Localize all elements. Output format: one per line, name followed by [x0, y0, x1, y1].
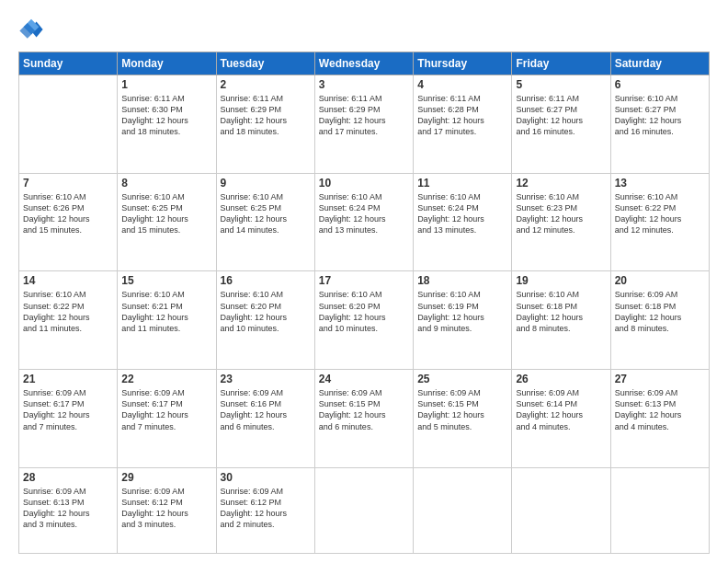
day-number: 12	[516, 177, 606, 190]
day-number: 30	[221, 471, 311, 484]
day-info: Sunrise: 6:11 AM Sunset: 6:29 PM Dayligh…	[319, 93, 409, 138]
day-info: Sunrise: 6:10 AM Sunset: 6:18 PM Dayligh…	[516, 289, 606, 334]
calendar-cell: 27Sunrise: 6:09 AM Sunset: 6:13 PM Dayli…	[610, 370, 709, 468]
day-number: 15	[121, 274, 211, 287]
day-number: 21	[23, 373, 113, 385]
day-info: Sunrise: 6:09 AM Sunset: 6:15 PM Dayligh…	[417, 387, 507, 432]
logo	[18, 17, 48, 42]
day-number: 25	[417, 373, 507, 385]
calendar-cell: 19Sunrise: 6:10 AM Sunset: 6:18 PM Dayli…	[512, 271, 610, 370]
calendar-cell: 5Sunrise: 6:11 AM Sunset: 6:27 PM Daylig…	[512, 75, 610, 174]
day-info: Sunrise: 6:09 AM Sunset: 6:13 PM Dayligh…	[23, 486, 113, 531]
calendar-cell	[19, 75, 118, 174]
calendar-cell: 18Sunrise: 6:10 AM Sunset: 6:19 PM Dayli…	[414, 271, 512, 370]
day-number: 14	[23, 274, 113, 287]
day-info: Sunrise: 6:10 AM Sunset: 6:19 PM Dayligh…	[417, 289, 507, 334]
day-info: Sunrise: 6:11 AM Sunset: 6:27 PM Dayligh…	[516, 93, 606, 138]
day-number: 7	[23, 177, 113, 190]
calendar-cell: 28Sunrise: 6:09 AM Sunset: 6:13 PM Dayli…	[19, 467, 118, 553]
day-number: 9	[221, 177, 311, 190]
calendar-cell: 8Sunrise: 6:10 AM Sunset: 6:25 PM Daylig…	[118, 173, 216, 271]
day-number: 28	[23, 471, 113, 484]
calendar-cell: 22Sunrise: 6:09 AM Sunset: 6:17 PM Dayli…	[118, 370, 216, 468]
calendar-cell	[512, 467, 610, 553]
day-info: Sunrise: 6:10 AM Sunset: 6:23 PM Dayligh…	[516, 191, 606, 236]
day-info: Sunrise: 6:10 AM Sunset: 6:24 PM Dayligh…	[319, 191, 409, 236]
weekday-header: Wednesday	[314, 52, 413, 75]
calendar-cell: 17Sunrise: 6:10 AM Sunset: 6:20 PM Dayli…	[314, 271, 413, 370]
day-info: Sunrise: 6:10 AM Sunset: 6:25 PM Dayligh…	[221, 191, 311, 236]
day-number: 16	[221, 274, 311, 287]
calendar-cell: 20Sunrise: 6:09 AM Sunset: 6:18 PM Dayli…	[610, 271, 709, 370]
calendar-cell: 30Sunrise: 6:09 AM Sunset: 6:12 PM Dayli…	[216, 467, 314, 553]
day-info: Sunrise: 6:10 AM Sunset: 6:22 PM Dayligh…	[23, 289, 113, 334]
day-info: Sunrise: 6:09 AM Sunset: 6:12 PM Dayligh…	[121, 486, 211, 531]
day-info: Sunrise: 6:10 AM Sunset: 6:21 PM Dayligh…	[121, 289, 211, 334]
calendar-cell: 16Sunrise: 6:10 AM Sunset: 6:20 PM Dayli…	[216, 271, 314, 370]
day-number: 23	[221, 373, 311, 385]
day-info: Sunrise: 6:11 AM Sunset: 6:29 PM Dayligh…	[221, 93, 311, 138]
day-number: 4	[417, 78, 507, 91]
logo-icon	[18, 17, 44, 42]
day-info: Sunrise: 6:10 AM Sunset: 6:27 PM Dayligh…	[615, 93, 705, 138]
day-number: 26	[516, 373, 606, 385]
calendar-cell: 1Sunrise: 6:11 AM Sunset: 6:30 PM Daylig…	[118, 75, 216, 174]
weekday-header: Monday	[118, 52, 216, 75]
day-info: Sunrise: 6:09 AM Sunset: 6:13 PM Dayligh…	[615, 387, 705, 432]
day-number: 19	[516, 274, 606, 287]
weekday-header: Tuesday	[216, 52, 314, 75]
calendar-cell: 10Sunrise: 6:10 AM Sunset: 6:24 PM Dayli…	[314, 173, 413, 271]
weekday-header: Friday	[512, 52, 610, 75]
weekday-header: Sunday	[19, 52, 118, 75]
day-number: 3	[319, 78, 409, 91]
calendar-cell	[414, 467, 512, 553]
day-number: 1	[121, 78, 211, 91]
day-number: 20	[615, 274, 705, 287]
calendar-cell: 6Sunrise: 6:10 AM Sunset: 6:27 PM Daylig…	[610, 75, 709, 174]
day-info: Sunrise: 6:11 AM Sunset: 6:30 PM Dayligh…	[121, 93, 211, 138]
day-info: Sunrise: 6:09 AM Sunset: 6:16 PM Dayligh…	[221, 387, 311, 432]
calendar-cell	[610, 467, 709, 553]
day-info: Sunrise: 6:09 AM Sunset: 6:18 PM Dayligh…	[615, 289, 705, 334]
day-number: 11	[417, 177, 507, 190]
weekday-header: Saturday	[610, 52, 709, 75]
day-info: Sunrise: 6:10 AM Sunset: 6:20 PM Dayligh…	[221, 289, 311, 334]
calendar-cell: 9Sunrise: 6:10 AM Sunset: 6:25 PM Daylig…	[216, 173, 314, 271]
day-number: 17	[319, 274, 409, 287]
calendar-cell: 15Sunrise: 6:10 AM Sunset: 6:21 PM Dayli…	[118, 271, 216, 370]
day-info: Sunrise: 6:10 AM Sunset: 6:20 PM Dayligh…	[319, 289, 409, 334]
day-info: Sunrise: 6:09 AM Sunset: 6:12 PM Dayligh…	[221, 486, 311, 531]
calendar-cell: 4Sunrise: 6:11 AM Sunset: 6:28 PM Daylig…	[414, 75, 512, 174]
page: SundayMondayTuesdayWednesdayThursdayFrid…	[0, 0, 728, 563]
day-info: Sunrise: 6:09 AM Sunset: 6:17 PM Dayligh…	[121, 387, 211, 432]
calendar-cell: 23Sunrise: 6:09 AM Sunset: 6:16 PM Dayli…	[216, 370, 314, 468]
day-info: Sunrise: 6:10 AM Sunset: 6:25 PM Dayligh…	[121, 191, 211, 236]
day-info: Sunrise: 6:10 AM Sunset: 6:26 PM Dayligh…	[23, 191, 113, 236]
calendar-cell: 13Sunrise: 6:10 AM Sunset: 6:22 PM Dayli…	[610, 173, 709, 271]
day-info: Sunrise: 6:09 AM Sunset: 6:14 PM Dayligh…	[516, 387, 606, 432]
calendar-cell: 11Sunrise: 6:10 AM Sunset: 6:24 PM Dayli…	[414, 173, 512, 271]
day-number: 6	[615, 78, 705, 91]
day-number: 5	[516, 78, 606, 91]
calendar-cell	[314, 467, 413, 553]
calendar-cell: 14Sunrise: 6:10 AM Sunset: 6:22 PM Dayli…	[19, 271, 118, 370]
day-number: 2	[221, 78, 311, 91]
calendar-cell: 24Sunrise: 6:09 AM Sunset: 6:15 PM Dayli…	[314, 370, 413, 468]
day-info: Sunrise: 6:09 AM Sunset: 6:17 PM Dayligh…	[23, 387, 113, 432]
weekday-header: Thursday	[414, 52, 512, 75]
day-number: 8	[121, 177, 211, 190]
day-number: 18	[417, 274, 507, 287]
day-info: Sunrise: 6:10 AM Sunset: 6:22 PM Dayligh…	[615, 191, 705, 236]
calendar-cell: 12Sunrise: 6:10 AM Sunset: 6:23 PM Dayli…	[512, 173, 610, 271]
calendar-cell: 21Sunrise: 6:09 AM Sunset: 6:17 PM Dayli…	[19, 370, 118, 468]
day-number: 24	[319, 373, 409, 385]
calendar-cell: 3Sunrise: 6:11 AM Sunset: 6:29 PM Daylig…	[314, 75, 413, 174]
day-info: Sunrise: 6:10 AM Sunset: 6:24 PM Dayligh…	[417, 191, 507, 236]
calendar: SundayMondayTuesdayWednesdayThursdayFrid…	[18, 52, 710, 554]
day-info: Sunrise: 6:09 AM Sunset: 6:15 PM Dayligh…	[319, 387, 409, 432]
calendar-cell: 7Sunrise: 6:10 AM Sunset: 6:26 PM Daylig…	[19, 173, 118, 271]
calendar-cell: 2Sunrise: 6:11 AM Sunset: 6:29 PM Daylig…	[216, 75, 314, 174]
day-number: 10	[319, 177, 409, 190]
header	[18, 17, 710, 42]
day-number: 27	[615, 373, 705, 385]
